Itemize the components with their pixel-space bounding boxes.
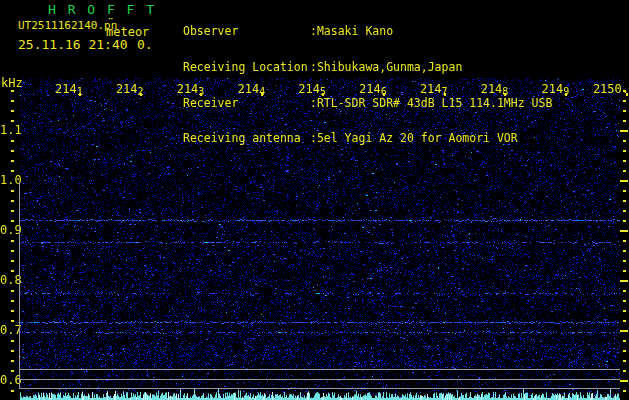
freq-minor-tick-right xyxy=(623,110,626,112)
freq-minor-tick-left xyxy=(11,160,14,162)
freq-axis-label: 0.6 xyxy=(0,374,17,386)
freq-minor-tick-right xyxy=(623,310,626,312)
panel-divider-line xyxy=(19,369,620,370)
freq-major-tick-right xyxy=(620,330,628,332)
info-row-location: Receiving Location :Shibukawa,Gunma,Japa… xyxy=(183,61,552,74)
freq-axis-label: 0.9 xyxy=(0,224,17,236)
time-label-hour: 214 xyxy=(237,82,259,96)
freq-minor-tick-right xyxy=(623,390,626,392)
time-axis-label: 2145 xyxy=(276,83,326,95)
freq-minor-tick-left xyxy=(11,110,14,112)
time-label-minute: 8 xyxy=(502,86,508,97)
date-time: 25.11.16 21:40 xyxy=(18,38,128,51)
freq-minor-tick-right xyxy=(623,250,626,252)
time-label-hour: 214 xyxy=(481,82,503,96)
panel-divider-line xyxy=(19,379,620,380)
time-label-minute: 6 xyxy=(381,86,387,97)
freq-axis-label: 0.7 xyxy=(0,324,17,336)
freq-minor-tick-right xyxy=(623,240,626,242)
freq-minor-tick-left xyxy=(11,150,14,152)
output-filename: UT2511162140.pn xyxy=(18,20,117,31)
freq-minor-tick-right xyxy=(623,290,626,292)
freq-minor-tick-left xyxy=(11,260,14,262)
time-axis-label: 2143 xyxy=(154,83,204,95)
freq-minor-tick-right xyxy=(623,120,626,122)
freq-minor-tick-right xyxy=(623,270,626,272)
freq-minor-tick-left xyxy=(11,370,14,372)
freq-major-tick-right xyxy=(620,380,628,382)
time-label-minute: 4 xyxy=(259,86,265,97)
freq-minor-tick-left xyxy=(11,350,14,352)
freq-minor-tick-left xyxy=(11,220,14,222)
freq-minor-tick-left xyxy=(11,210,14,212)
time-axis-label: 2141 xyxy=(33,83,83,95)
freq-minor-tick-left xyxy=(11,390,14,392)
time-label-minute: 5 xyxy=(320,86,326,97)
info-row-receiver: Receiver :RTL-SDR SDR# 43dB L15 114.1MHz… xyxy=(183,97,552,110)
freq-minor-tick-right xyxy=(623,100,626,102)
freq-minor-tick-right xyxy=(623,370,626,372)
freq-minor-tick-left xyxy=(11,240,14,242)
freq-minor-tick-left xyxy=(11,270,14,272)
time-label-hour: 214 xyxy=(55,82,77,96)
freq-minor-tick-left xyxy=(11,300,14,302)
freq-minor-tick-right xyxy=(623,340,626,342)
freq-minor-tick-right xyxy=(623,190,626,192)
time-label-minute: 2 xyxy=(138,86,144,97)
freq-minor-tick-right xyxy=(623,220,626,222)
time-label-hour: 214 xyxy=(359,82,381,96)
freq-minor-tick-right xyxy=(623,200,626,202)
info-value: :5el Yagi Az 20 for Aomori VOR xyxy=(310,132,518,145)
freq-minor-tick-right xyxy=(623,150,626,152)
freq-minor-tick-left xyxy=(11,170,14,172)
freq-minor-tick-right xyxy=(623,350,626,352)
freq-minor-tick-left xyxy=(11,250,14,252)
info-row-observer: Observer :Masaki Kano xyxy=(183,25,552,38)
freq-minor-tick-left xyxy=(11,140,14,142)
time-label-hour: 214 xyxy=(541,82,563,96)
time-label-hour: 2150. xyxy=(593,82,629,96)
freq-minor-tick-right xyxy=(623,140,626,142)
time-label-minute: 1 xyxy=(77,86,83,97)
freq-minor-tick-left xyxy=(11,360,14,362)
freq-axis-label: 0.8 xyxy=(0,274,17,286)
freq-minor-tick-left xyxy=(11,200,14,202)
freq-minor-tick-left xyxy=(11,120,14,122)
freq-minor-tick-left xyxy=(11,290,14,292)
time-label-hour: 214 xyxy=(298,82,320,96)
plot-left-border xyxy=(19,182,20,389)
freq-minor-tick-left xyxy=(11,90,14,92)
info-label: Receiving Location xyxy=(183,61,310,74)
freq-minor-tick-right xyxy=(623,360,626,362)
time-axis-label: 2150. xyxy=(579,83,629,95)
info-value: :Masaki Kano xyxy=(310,25,393,38)
info-label: Receiving antenna xyxy=(183,132,310,145)
time-axis-label: 2149 xyxy=(519,83,569,95)
time-axis-label: 2148 xyxy=(458,83,508,95)
freq-minor-tick-right xyxy=(623,160,626,162)
time-label-hour: 214 xyxy=(420,82,442,96)
freq-minor-tick-left xyxy=(11,190,14,192)
time-axis-label: 2144 xyxy=(215,83,265,95)
freq-major-tick-right xyxy=(620,180,628,182)
freq-axis-label: 1.1 xyxy=(0,124,17,136)
time-label-hour: 214 xyxy=(177,82,199,96)
freq-axis-label: 1.0 xyxy=(0,174,17,186)
freq-minor-tick-right xyxy=(623,300,626,302)
app-title: H R O F F T xyxy=(48,3,156,16)
info-value: :Shibukawa,Gunma,Japan xyxy=(310,61,462,74)
freq-major-tick-right xyxy=(620,230,628,232)
info-value: :RTL-SDR SDR# 43dB L15 114.1MHz USB xyxy=(310,97,552,110)
time-axis-label: 2147 xyxy=(398,83,448,95)
time-label-minute: 3 xyxy=(198,86,204,97)
freq-minor-tick-right xyxy=(623,260,626,262)
freq-minor-tick-left xyxy=(11,340,14,342)
time-label-minute: 7 xyxy=(442,86,448,97)
freq-minor-tick-left xyxy=(11,100,14,102)
freq-minor-tick-right xyxy=(623,170,626,172)
info-row-antenna: Receiving antenna :5el Yagi Az 20 for Ao… xyxy=(183,132,552,145)
freq-minor-tick-right xyxy=(623,320,626,322)
time-axis-label: 2142 xyxy=(94,83,144,95)
freq-major-tick-right xyxy=(620,130,628,132)
freq-minor-tick-right xyxy=(623,210,626,212)
